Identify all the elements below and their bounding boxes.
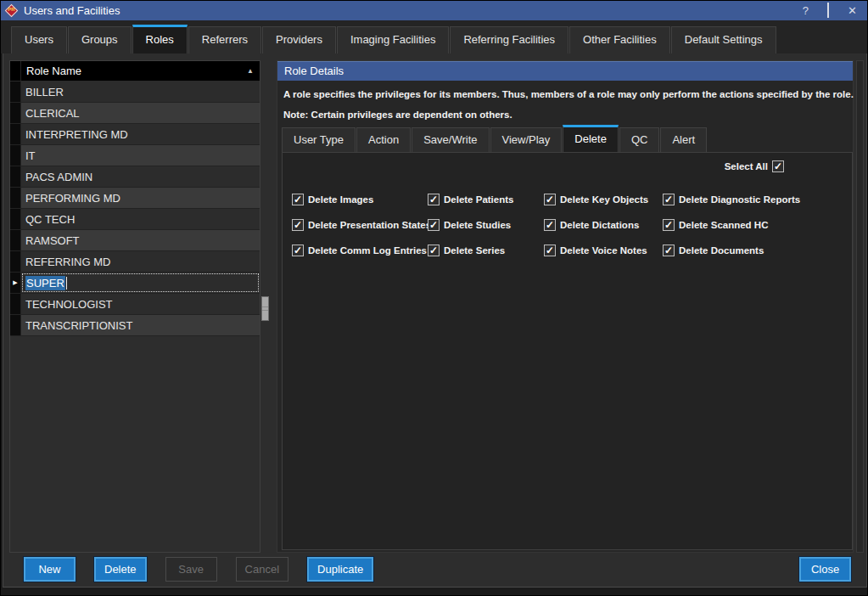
role-row-transcriptionist[interactable]: TRANSCRIPTIONIST (10, 315, 260, 336)
subtab-qc[interactable]: QC (619, 127, 660, 153)
subtab-save-write[interactable]: Save/Write (412, 127, 489, 153)
checkbox-delete-comm-log-entries[interactable]: ✓ (292, 245, 304, 256)
row-gutter (10, 209, 21, 229)
privilege-delete-studies: ✓Delete Studies (428, 219, 544, 231)
delete-button[interactable]: Delete (94, 557, 147, 582)
window-scrollbar-track[interactable] (856, 60, 864, 553)
checkbox-delete-patients[interactable]: ✓ (428, 194, 440, 205)
checkbox-delete-key-objects[interactable]: ✓ (544, 194, 556, 205)
checkbox-delete-presentation-states[interactable]: ✓ (292, 219, 304, 231)
cancel-button[interactable]: Cancel (236, 557, 288, 582)
role-row-clerical[interactable]: CLERICAL (10, 103, 260, 124)
subtab-action[interactable]: Action (356, 127, 411, 153)
footer-bar: NewDeleteSaveCancelDuplicate Close (1, 555, 868, 584)
new-button[interactable]: New (24, 557, 76, 582)
close-icon[interactable]: ✕ (848, 5, 857, 16)
role-row-interpreting-md[interactable]: INTERPRETING MD (10, 124, 260, 145)
title-bar[interactable]: PR Users and Facilities ? ✕ (1, 1, 868, 20)
checkbox-delete-diagnostic-reports[interactable]: ✓ (663, 194, 675, 205)
role-row-performing-md[interactable]: PERFORMING MD (10, 188, 260, 209)
privilege-tab-bar: User TypeActionSave/WriteView/PlayDelete… (282, 125, 708, 153)
row-gutter (10, 166, 21, 187)
privilege-label: Delete Studies (444, 220, 511, 230)
row-gutter (10, 188, 21, 208)
row-gutter (10, 103, 21, 123)
tab-referring-facilities[interactable]: Referring Facilities (450, 26, 568, 53)
close-button[interactable]: Close (799, 557, 851, 582)
save-button[interactable]: Save (165, 557, 217, 582)
app-logo-icon: PR (5, 4, 18, 17)
role-name-cell[interactable]: BILLER (21, 82, 260, 102)
header-gutter (10, 61, 21, 81)
role-name-cell[interactable]: QC TECH (21, 209, 260, 229)
privilege-delete-diagnostic-reports: ✓Delete Diagnostic Reports (663, 194, 847, 205)
note-text: Certain privileges are dependent on othe… (311, 110, 512, 120)
privilege-label: Delete Key Objects (560, 194, 648, 205)
tab-groups[interactable]: Groups (68, 26, 132, 53)
tab-imaging-facilities[interactable]: Imaging Facilities (337, 26, 449, 53)
tab-referrers[interactable]: Referrers (188, 26, 261, 53)
privilege-label: Delete Presentation States (308, 220, 431, 230)
note-label: Note: (283, 110, 308, 120)
delete-privileges-content: Select All ✓ ✓Delete Images✓Delete Patie… (282, 152, 853, 550)
role-row-pacs-admin[interactable]: PACS ADMIN (10, 166, 260, 188)
role-name-edit-selection[interactable]: SUPER (25, 276, 65, 290)
tab-default-settings[interactable]: Default Settings (671, 26, 776, 53)
role-name-cell[interactable]: TRANSCRIPTIONIST (21, 315, 260, 335)
role-name-cell[interactable]: IT (21, 145, 260, 166)
checkbox-delete-images[interactable]: ✓ (292, 194, 304, 205)
role-note: Note: Certain privileges are dependent o… (277, 99, 853, 120)
row-gutter (10, 230, 21, 250)
role-row-biller[interactable]: BILLER (10, 82, 260, 103)
role-name-cell[interactable]: PACS ADMIN (21, 166, 260, 187)
tab-roles[interactable]: Roles (132, 25, 188, 53)
privilege-delete-scanned-hc: ✓Delete Scanned HC (663, 219, 847, 231)
role-list-header[interactable]: Role Name ▲ (10, 61, 260, 82)
privilege-delete-patients: ✓Delete Patients (428, 194, 544, 205)
select-all-checkbox[interactable]: ✓ (772, 160, 784, 172)
role-name-cell[interactable]: RAMSOFT (21, 230, 260, 250)
tab-other-facilities[interactable]: Other Facilities (569, 26, 670, 53)
subtab-alert[interactable]: Alert (660, 127, 707, 153)
role-name-cell[interactable]: TECHNOLOGIST (21, 294, 260, 314)
tab-providers[interactable]: Providers (262, 26, 336, 53)
checkbox-delete-dictations[interactable]: ✓ (544, 219, 556, 231)
role-row-it[interactable]: IT (10, 145, 260, 166)
role-details-panel: Role Details A role specifies the privil… (277, 60, 854, 553)
role-name-column-header[interactable]: Role Name (21, 65, 247, 77)
role-row-referring-md[interactable]: REFERRING MD (10, 251, 260, 273)
row-gutter (10, 315, 21, 335)
duplicate-button[interactable]: Duplicate (307, 557, 373, 582)
checkbox-delete-studies[interactable]: ✓ (428, 219, 440, 231)
role-list-scrollbar-thumb[interactable] (261, 296, 269, 321)
sort-ascending-icon[interactable]: ▲ (247, 67, 260, 75)
subtab-delete[interactable]: Delete (563, 125, 619, 153)
checkbox-delete-voice-notes[interactable]: ✓ (544, 245, 556, 256)
subtab-view-play[interactable]: View/Play (490, 127, 563, 153)
checkbox-delete-series[interactable]: ✓ (428, 245, 440, 256)
role-name-cell[interactable]: REFERRING MD (21, 251, 260, 272)
subtab-user-type[interactable]: User Type (282, 127, 356, 153)
role-row-technologist[interactable]: TECHNOLOGIST (10, 294, 260, 315)
checkbox-delete-scanned-hc[interactable]: ✓ (663, 219, 675, 231)
help-icon[interactable]: ? (803, 5, 809, 16)
footer-button-group: NewDeleteSaveCancelDuplicate (24, 557, 373, 582)
role-name-cell[interactable]: PERFORMING MD (21, 188, 260, 208)
privilege-label: Delete Comm Log Entries (308, 245, 427, 256)
role-name-cell[interactable]: SUPER (21, 273, 260, 293)
current-row-pointer-icon: ▶ (10, 273, 21, 293)
row-gutter (10, 294, 21, 314)
role-row-qc-tech[interactable]: QC TECH (10, 209, 260, 230)
role-list: Role Name ▲ BILLERCLERICALINTERPRETING M… (9, 60, 260, 553)
tab-users[interactable]: Users (11, 26, 67, 53)
role-row-ramsoft[interactable]: RAMSOFT (10, 230, 260, 251)
maximize-icon[interactable] (827, 5, 829, 16)
role-name-cell[interactable]: CLERICAL (21, 103, 260, 123)
row-gutter (10, 82, 21, 102)
row-gutter (10, 124, 21, 144)
role-name-cell[interactable]: INTERPRETING MD (21, 124, 260, 144)
checkbox-delete-documents[interactable]: ✓ (663, 245, 675, 256)
privilege-grid: ✓Delete Images✓Delete Patients✓Delete Ke… (292, 187, 847, 263)
role-row-super[interactable]: ▶SUPER (10, 273, 260, 294)
role-rows: BILLERCLERICALINTERPRETING MDITPACS ADMI… (10, 82, 260, 336)
